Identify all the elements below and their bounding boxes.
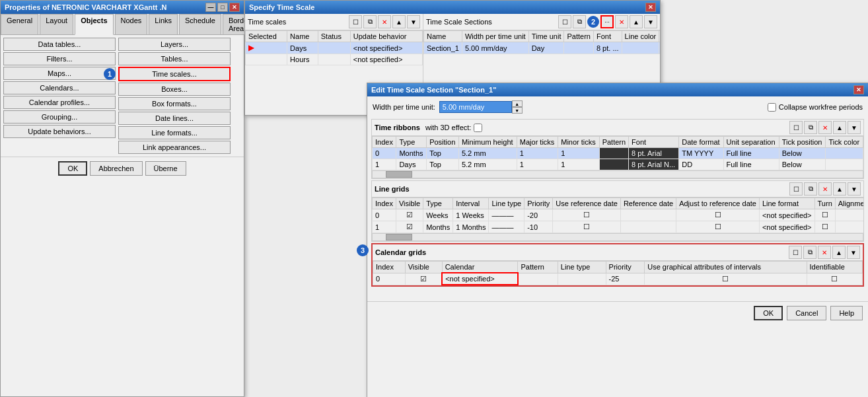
grids-scrollbar[interactable] bbox=[372, 233, 863, 241]
row-align bbox=[835, 209, 863, 221]
edit-close-btn[interactable]: ✕ bbox=[853, 85, 864, 94]
cal-new-btn[interactable]: ☐ bbox=[789, 246, 802, 259]
ts-title-bar: Specify Time Scale ✕ bbox=[245, 1, 660, 14]
edit-ok-btn[interactable]: OK bbox=[754, 306, 783, 320]
table-row[interactable]: ▶ Days <not specified> bbox=[246, 42, 423, 54]
grids-down-btn[interactable]: ▼ bbox=[848, 182, 861, 196]
ribbons-up-btn[interactable]: ▲ bbox=[833, 121, 846, 134]
grids-scrollbar-thumb[interactable] bbox=[386, 234, 412, 240]
row-status bbox=[318, 54, 350, 65]
table-row[interactable]: 0 ☑ <not specified> -25 ☐ ☐ bbox=[373, 273, 863, 285]
ts-r-dots-btn[interactable]: ··· bbox=[600, 15, 614, 28]
edit-help-btn[interactable]: Help bbox=[830, 306, 863, 320]
ts-left-header: Time scales ☐ ⧉ ✕ ▲ ▼ bbox=[245, 14, 423, 30]
edit-title-buttons: ✕ bbox=[853, 85, 864, 94]
cal-up-btn[interactable]: ▲ bbox=[832, 246, 846, 259]
maximize-btn[interactable]: □ bbox=[217, 3, 228, 12]
row-pattern bbox=[599, 159, 628, 170]
grids-up-btn[interactable]: ▲ bbox=[833, 182, 846, 196]
ts-down-btn[interactable]: ▼ bbox=[407, 15, 420, 28]
ribbons-scrollbar-thumb[interactable] bbox=[386, 171, 412, 178]
width-input[interactable] bbox=[439, 101, 512, 113]
filters-btn[interactable]: Filters... bbox=[3, 52, 116, 65]
cal-down-btn[interactable]: ▼ bbox=[847, 246, 860, 259]
ts-r-down-btn[interactable]: ▼ bbox=[644, 15, 657, 28]
row-visible: ☑ bbox=[405, 273, 442, 285]
boxes-btn[interactable]: Boxes... bbox=[118, 83, 231, 96]
update-behaviors-btn[interactable]: Update behaviors... bbox=[3, 125, 116, 138]
ts-title: Specify Time Scale bbox=[249, 3, 314, 11]
cal-grids-table: Index Visible Calendar Pattern Line type… bbox=[373, 261, 863, 285]
ribbons-scrollbar[interactable] bbox=[372, 170, 863, 178]
table-row[interactable]: 1 ☑ Months 1 Months ——— -10 ☐ ☐ <not spe… bbox=[373, 221, 864, 233]
table-row[interactable]: 0 ☑ Weeks 1 Weeks ——— -20 ☐ ☐ <not speci… bbox=[373, 209, 864, 221]
date-lines-btn[interactable]: Date lines... bbox=[118, 112, 231, 125]
col-adjust-ref: Adjust to reference date bbox=[676, 198, 760, 209]
tab-nodes[interactable]: Nodes bbox=[115, 14, 148, 34]
data-tables-btn[interactable]: Data tables... bbox=[3, 38, 116, 51]
ribbons-down-btn[interactable]: ▼ bbox=[848, 121, 861, 134]
calendar-profiles-btn[interactable]: Calendar profiles... bbox=[3, 96, 116, 109]
line-formats-btn[interactable]: Line formats... bbox=[118, 126, 231, 139]
ribbons-table-wrapper: Index Type Position Minimum height Major… bbox=[372, 136, 863, 170]
table-row[interactable]: 0 Months Top 5.2 mm 1 1 8 pt. Arial TM Y… bbox=[373, 148, 863, 159]
edit-cancel-btn[interactable]: Cancel bbox=[787, 306, 826, 320]
uberne-btn[interactable]: Überne bbox=[145, 161, 186, 176]
row-font: 8 pt. Arial N... bbox=[629, 159, 679, 170]
grids-new-btn[interactable]: ☐ bbox=[789, 182, 803, 196]
ok-btn[interactable]: OK bbox=[58, 161, 87, 176]
ribbons-new-btn[interactable]: ☐ bbox=[789, 121, 803, 134]
abbrechen-btn[interactable]: Abbrechen bbox=[90, 161, 142, 176]
ribbons-copy-btn[interactable]: ⧉ bbox=[804, 121, 817, 134]
cal-copy-btn[interactable]: ⧉ bbox=[803, 246, 816, 259]
table-row[interactable]: Section_1 5.00 mm/day Day 8 pt. ... ☐ ☑ bbox=[424, 42, 661, 54]
row-type: Weeks bbox=[423, 209, 453, 221]
row-min-height: 5.2 mm bbox=[458, 148, 517, 159]
ts-r-delete-btn[interactable]: ✕ bbox=[615, 15, 628, 28]
tab-general[interactable]: General bbox=[1, 14, 38, 34]
cal-delete-btn[interactable]: ✕ bbox=[818, 246, 831, 259]
ribbons-delete-btn[interactable]: ✕ bbox=[818, 121, 832, 134]
maps-btn[interactable]: Maps... bbox=[3, 67, 116, 80]
width-spinner[interactable]: ▲ ▼ bbox=[512, 100, 523, 114]
ts-right-header: Time Scale Sections ☐ ⧉ 2 ··· ✕ ▲ ▼ bbox=[423, 14, 660, 30]
ts-r-new-btn[interactable]: ☐ bbox=[558, 15, 571, 28]
layers-btn[interactable]: Layers... bbox=[118, 38, 231, 51]
line-grids-section: Line grids ☐ ⧉ ✕ ▲ ▼ Index Visible Type bbox=[371, 180, 864, 242]
tab-schedule[interactable]: Schedule bbox=[179, 14, 221, 34]
ts-delete-btn[interactable]: ✕ bbox=[378, 15, 391, 28]
col-type: Type bbox=[396, 137, 427, 148]
box-formats-btn[interactable]: Box formats... bbox=[118, 97, 231, 110]
width-input-group: ▲ ▼ bbox=[439, 100, 523, 114]
grids-copy-btn[interactable]: ⧉ bbox=[804, 182, 817, 196]
line-grids-header: Line grids ☐ ⧉ ✕ ▲ ▼ bbox=[372, 181, 863, 198]
col-width-per-time: Width per time unit bbox=[462, 31, 528, 42]
tables-btn[interactable]: Tables... bbox=[118, 52, 231, 65]
spin-down[interactable]: ▼ bbox=[512, 107, 523, 114]
tab-layout[interactable]: Layout bbox=[40, 14, 73, 34]
ts-r-copy-btn[interactable]: ⧉ bbox=[573, 15, 586, 28]
row-type: Months bbox=[423, 221, 453, 233]
tab-objects[interactable]: Objects bbox=[75, 14, 113, 35]
close-btn[interactable]: ✕ bbox=[229, 3, 240, 12]
collapse-checkbox[interactable] bbox=[768, 103, 776, 112]
tab-links[interactable]: Links bbox=[149, 14, 178, 34]
ts-close-btn[interactable]: ✕ bbox=[645, 3, 656, 12]
minimize-btn[interactable]: — bbox=[205, 3, 216, 12]
spin-up[interactable]: ▲ bbox=[512, 100, 523, 107]
time-scales-btn[interactable]: Time scales... bbox=[118, 67, 231, 81]
table-row[interactable]: Hours <not specified> bbox=[246, 54, 423, 65]
ts-new-btn[interactable]: ☐ bbox=[349, 15, 362, 28]
ts-copy-btn[interactable]: ⧉ bbox=[363, 15, 377, 28]
grouping-btn[interactable]: Grouping... bbox=[3, 110, 116, 124]
3d-effect-checkbox[interactable] bbox=[474, 124, 482, 132]
row-unit-sep: Full line bbox=[723, 148, 779, 159]
grids-delete-btn[interactable]: ✕ bbox=[818, 182, 832, 196]
col-use-ref: Use reference date bbox=[553, 198, 621, 209]
calendars-btn[interactable]: Calendars... bbox=[3, 81, 116, 94]
link-appearances-btn[interactable]: Link appearances... bbox=[118, 141, 231, 154]
ts-r-up-btn[interactable]: ▲ bbox=[630, 15, 643, 28]
ts-up-btn[interactable]: ▲ bbox=[392, 15, 406, 28]
table-row[interactable]: 1 Days Top 5.2 mm 1 1 8 pt. Arial N... D… bbox=[373, 159, 863, 170]
ts-title-buttons: ✕ bbox=[645, 3, 656, 12]
